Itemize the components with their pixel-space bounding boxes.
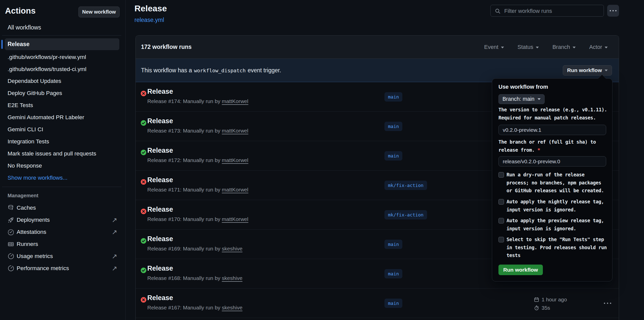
database-icon <box>7 204 15 212</box>
sidebar-item-deployments[interactable]: Deployments ↗ <box>0 214 125 226</box>
run-workflow-popup: Use workflow from Branch: main The versi… <box>492 78 612 281</box>
branch-select-button[interactable]: Branch: main <box>498 94 545 104</box>
run-row[interactable]: Release Release #167: Manually run by sk… <box>136 289 619 318</box>
sidebar-item-release[interactable]: Release <box>5 38 119 50</box>
actor-link[interactable]: mattKorwel <box>222 157 248 163</box>
version-input-description: The version to release (e.g., v0.1.11). … <box>498 106 607 122</box>
sidebar-item-workflow[interactable]: Gemini CLI CI <box>0 123 125 136</box>
actor-link[interactable]: mattKorwel <box>222 187 248 193</box>
sidebar-item-workflow[interactable]: Deploy GitHub Pages <box>0 87 125 99</box>
branch-badge[interactable]: main <box>384 151 402 161</box>
run-description: Release #170: Manually run by mattKorwel <box>147 216 248 222</box>
show-more-workflows-link[interactable]: Show more workflows... <box>0 172 125 184</box>
run-description: Release #168: Manually run by skeshive <box>147 275 242 281</box>
workflow-file-link[interactable]: release.yml <box>134 17 164 23</box>
sidebar-item-performance-metrics[interactable]: Performance metrics ↗ <box>0 262 125 274</box>
chevron-down-icon <box>605 70 608 71</box>
run-description: Release #174: Manually run by mattKorwel <box>147 98 248 104</box>
sidebar-item-workflow[interactable]: Dependabot Updates <box>0 75 125 87</box>
filter-event[interactable]: Event <box>484 44 504 50</box>
checkbox[interactable] <box>498 199 504 205</box>
success-status-icon <box>141 149 147 155</box>
filter-workflow-runs-search[interactable] <box>490 5 604 17</box>
sidebar-item-workflow[interactable]: E2E Tests <box>0 99 125 111</box>
checkbox-label: Auto apply the preview release tag, inpu… <box>507 217 607 233</box>
filter-branch[interactable]: Branch <box>552 44 576 50</box>
run-workflow-dropdown-button[interactable]: Run workflow <box>563 65 612 76</box>
calendar-icon <box>534 297 539 302</box>
sidebar-item-workflow[interactable]: .github/workflows/pr-review.yml <box>0 51 125 63</box>
sidebar-item-caches[interactable]: Caches <box>0 202 125 214</box>
sidebar-item-label: Performance metrics <box>17 262 69 274</box>
chevron-down-icon <box>538 98 541 100</box>
runs-count: 172 workflow runs <box>141 44 192 50</box>
branch-badge[interactable]: main <box>384 92 402 102</box>
run-workflow-submit-button[interactable]: Run workflow <box>498 265 543 275</box>
sidebar-divider <box>2 35 121 36</box>
success-status-icon <box>141 267 147 273</box>
branch-badge[interactable]: main <box>384 269 402 278</box>
run-time: 1 hour ago <box>542 297 567 303</box>
checkbox[interactable] <box>498 237 504 242</box>
run-title-link[interactable]: Release <box>147 294 173 302</box>
checkbox[interactable] <box>498 218 504 223</box>
sidebar-item-workflow[interactable]: Mark stale issues and pull requests <box>0 148 125 160</box>
run-description: Release #173: Manually run by mattKorwel <box>147 128 248 134</box>
run-title-link[interactable]: Release <box>147 176 173 184</box>
run-title-link[interactable]: Release <box>147 117 173 125</box>
actor-link[interactable]: skeshive <box>222 246 242 251</box>
branch-badge[interactable]: main <box>384 122 402 131</box>
ref-input[interactable] <box>498 156 606 167</box>
checkbox-label: Select to skip the "Run Tests" step in t… <box>507 236 607 260</box>
run-description: Release #167: Manually run by skeshive <box>147 305 242 311</box>
banner-text: This workflow has aworkflow_dispatcheven… <box>141 67 281 74</box>
sidebar-item-runners[interactable]: Runners <box>0 238 125 250</box>
run-title-link[interactable]: Release <box>147 147 173 154</box>
popup-heading: Use workflow from <box>498 84 548 90</box>
sidebar-item-attestations[interactable]: Attestations ↗ <box>0 226 125 238</box>
workflow-options-kebab-button[interactable] <box>607 5 619 17</box>
version-input[interactable] <box>498 125 606 135</box>
checkbox-label: Run a dry-run of the release process; no… <box>507 171 607 195</box>
sidebar-item-label: Caches <box>17 202 36 214</box>
success-status-icon <box>141 120 147 126</box>
branch-badge[interactable]: main <box>384 299 402 308</box>
run-title-link[interactable]: Release <box>147 206 173 213</box>
sidebar-item-label: Usage metrics <box>17 250 53 262</box>
branch-badge[interactable]: mk/fix-action <box>384 181 427 190</box>
run-description: Release #172: Manually run by mattKorwel <box>147 157 248 163</box>
external-link-icon: ↗ <box>112 226 117 238</box>
actor-link[interactable]: mattKorwel <box>222 98 248 104</box>
sidebar-divider <box>2 187 121 187</box>
branch-badge[interactable]: main <box>384 240 402 249</box>
sidebar-item-workflow[interactable]: Integration Tests <box>0 136 125 148</box>
sidebar-item-label: Deployments <box>17 214 50 226</box>
filter-status[interactable]: Status <box>518 44 539 50</box>
failed-status-icon <box>141 90 147 97</box>
run-title-link[interactable]: Release <box>147 265 173 272</box>
actor-link[interactable]: skeshive <box>222 305 242 310</box>
sidebar-item-workflow[interactable]: Gemini Automated PR Labeler <box>0 111 125 123</box>
external-link-icon: ↗ <box>112 262 117 274</box>
sidebar-item-all-workflows[interactable]: All workflows <box>4 22 121 33</box>
sidebar-title: Actions <box>5 6 36 16</box>
new-workflow-button[interactable]: New workflow <box>78 7 120 17</box>
ref-input-description: The branch or ref (full git sha) to rele… <box>498 138 596 154</box>
branch-badge[interactable]: mk/fix-action <box>384 210 427 219</box>
sidebar-item-workflow[interactable]: .github/workflows/trusted-ci.yml <box>0 63 125 75</box>
sidebar-item-workflow[interactable]: No Response <box>0 160 125 172</box>
failed-status-icon <box>141 208 147 214</box>
sidebar-item-usage-metrics[interactable]: Usage metrics ↗ <box>0 250 125 262</box>
checkbox[interactable] <box>498 172 504 178</box>
failed-status-icon <box>141 179 147 185</box>
run-title-link[interactable]: Release <box>147 88 173 95</box>
run-description: Release #171: Manually run by mattKorwel <box>147 187 248 193</box>
banner-code: workflow_dispatch <box>192 68 248 74</box>
actor-link[interactable]: mattKorwel <box>222 216 248 222</box>
run-title-link[interactable]: Release <box>147 235 173 243</box>
run-options-kebab-button[interactable] <box>604 303 611 304</box>
filter-actor[interactable]: Actor <box>589 44 608 50</box>
search-input[interactable] <box>504 5 602 17</box>
actor-link[interactable]: skeshive <box>222 275 242 281</box>
actor-link[interactable]: mattKorwel <box>222 128 248 134</box>
